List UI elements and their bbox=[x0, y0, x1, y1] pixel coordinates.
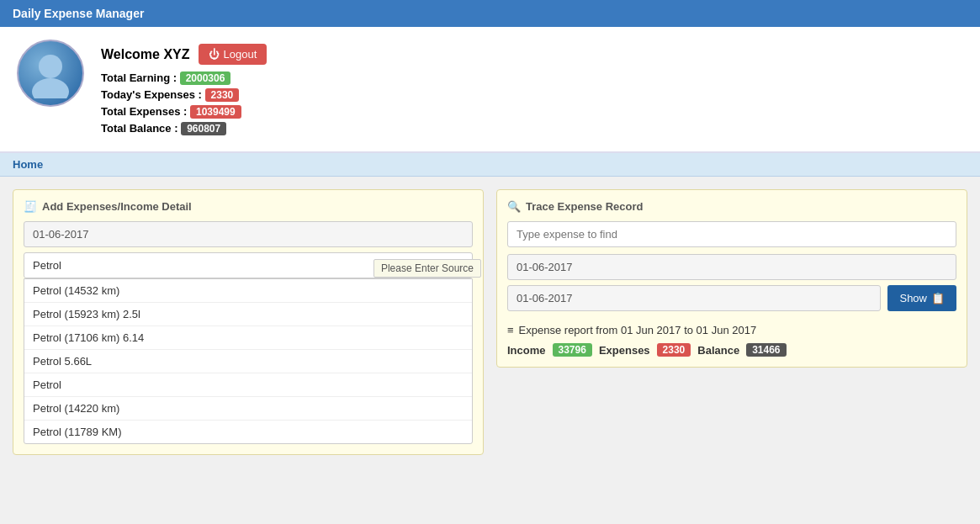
todays-expenses-label: Today's Expenses : bbox=[101, 88, 202, 101]
trace-date-from[interactable] bbox=[507, 254, 956, 280]
add-expense-icon: 🧾 bbox=[24, 200, 37, 213]
total-expenses-label: Total Expenses : bbox=[101, 105, 187, 118]
nav-home[interactable]: Home bbox=[13, 158, 43, 171]
nav-bar: Home bbox=[0, 153, 980, 177]
total-expenses-value: 1039499 bbox=[190, 105, 241, 119]
report-title: ≡ Expense report from 01 Jun 2017 to 01 … bbox=[507, 324, 956, 336]
trace-date-to[interactable] bbox=[507, 285, 881, 311]
total-earning-value: 2000306 bbox=[180, 71, 231, 85]
profile-section: Welcome XYZ ⏻ Logout Total Earning : 200… bbox=[0, 27, 980, 153]
tooltip-box: Please Enter Source bbox=[373, 259, 481, 278]
total-balance-row: Total Balance : 960807 bbox=[101, 122, 267, 135]
app-header: Daily Expense Manager bbox=[0, 0, 980, 27]
report-title-text: Expense report from 01 Jun 2017 to 01 Ju… bbox=[519, 324, 757, 336]
todays-expenses-value: 2330 bbox=[205, 88, 240, 102]
add-expense-box: 🧾 Add Expenses/Income Detail Please Ente… bbox=[13, 189, 484, 455]
total-expenses-row: Total Expenses : 1039499 bbox=[101, 105, 267, 119]
trace-date-row: Show 📋 bbox=[507, 285, 956, 311]
total-balance-label: Total Balance : bbox=[101, 122, 178, 135]
dropdown-list: Petrol (14532 km)Petrol (15923 km) 2.5lP… bbox=[24, 278, 473, 444]
right-panel: 🔍 Trace Expense Record Show 📋 ≡ Expense … bbox=[496, 189, 967, 455]
trace-box: 🔍 Trace Expense Record Show 📋 ≡ Expense … bbox=[496, 189, 967, 368]
list-item[interactable]: Petrol (15923 km) 2.5l bbox=[24, 303, 472, 326]
profile-info: Welcome XYZ ⏻ Logout Total Earning : 200… bbox=[101, 40, 267, 139]
welcome-row: Welcome XYZ ⏻ Logout bbox=[101, 44, 267, 65]
trace-title-label: Trace Expense Record bbox=[526, 200, 643, 213]
list-item[interactable]: Petrol (14220 km) bbox=[24, 397, 472, 421]
welcome-text: Welcome XYZ bbox=[101, 47, 190, 62]
dropdown-container: Please Enter Source Petrol (14532 km)Pet… bbox=[24, 252, 473, 444]
logout-label: Logout bbox=[224, 48, 257, 61]
report-list-icon: ≡ bbox=[507, 324, 514, 336]
svg-point-1 bbox=[32, 78, 69, 98]
show-button[interactable]: Show 📋 bbox=[887, 285, 956, 311]
balance-value: 31466 bbox=[746, 343, 786, 357]
total-balance-value: 960807 bbox=[181, 122, 226, 135]
list-item[interactable]: Petrol (17106 km) 6.14 bbox=[24, 326, 472, 350]
balance-label: Balance bbox=[697, 344, 739, 357]
trace-search-input[interactable] bbox=[507, 221, 956, 247]
logout-icon: ⏻ bbox=[209, 48, 220, 61]
show-icon: 📋 bbox=[931, 292, 945, 304]
trace-search-icon: 🔍 bbox=[507, 200, 521, 213]
todays-expenses-row: Today's Expenses : 2330 bbox=[101, 88, 267, 102]
expenses-value: 2330 bbox=[657, 343, 691, 357]
show-label: Show bbox=[899, 292, 927, 304]
add-expense-label: Add Expenses/Income Detail bbox=[42, 200, 192, 213]
list-item[interactable]: Petrol 5.66L bbox=[24, 350, 472, 373]
summary-row: Income 33796 Expenses 2330 Balance 31466 bbox=[507, 343, 956, 357]
date-input[interactable] bbox=[24, 221, 473, 247]
total-earning-row: Total Earning : 2000306 bbox=[101, 71, 267, 85]
expenses-label: Expenses bbox=[599, 344, 650, 357]
list-item[interactable]: Petrol (11789 KM) bbox=[24, 421, 472, 443]
list-item[interactable]: Petrol bbox=[24, 373, 472, 397]
tooltip-text: Please Enter Source bbox=[381, 262, 474, 274]
main-content: 🧾 Add Expenses/Income Detail Please Ente… bbox=[0, 177, 980, 468]
app-title: Daily Expense Manager bbox=[13, 7, 144, 20]
total-earning-label: Total Earning : bbox=[101, 71, 177, 84]
list-item[interactable]: Petrol (14532 km) bbox=[24, 279, 472, 303]
report-section: ≡ Expense report from 01 Jun 2017 to 01 … bbox=[507, 324, 956, 357]
income-label: Income bbox=[507, 344, 546, 357]
logout-button[interactable]: ⏻ Logout bbox=[199, 44, 268, 65]
add-expense-title: 🧾 Add Expenses/Income Detail bbox=[24, 200, 473, 213]
income-value: 33796 bbox=[553, 343, 592, 357]
left-panel: 🧾 Add Expenses/Income Detail Please Ente… bbox=[13, 189, 484, 455]
svg-point-0 bbox=[39, 55, 62, 78]
trace-title: 🔍 Trace Expense Record bbox=[507, 200, 956, 213]
avatar bbox=[17, 40, 84, 107]
